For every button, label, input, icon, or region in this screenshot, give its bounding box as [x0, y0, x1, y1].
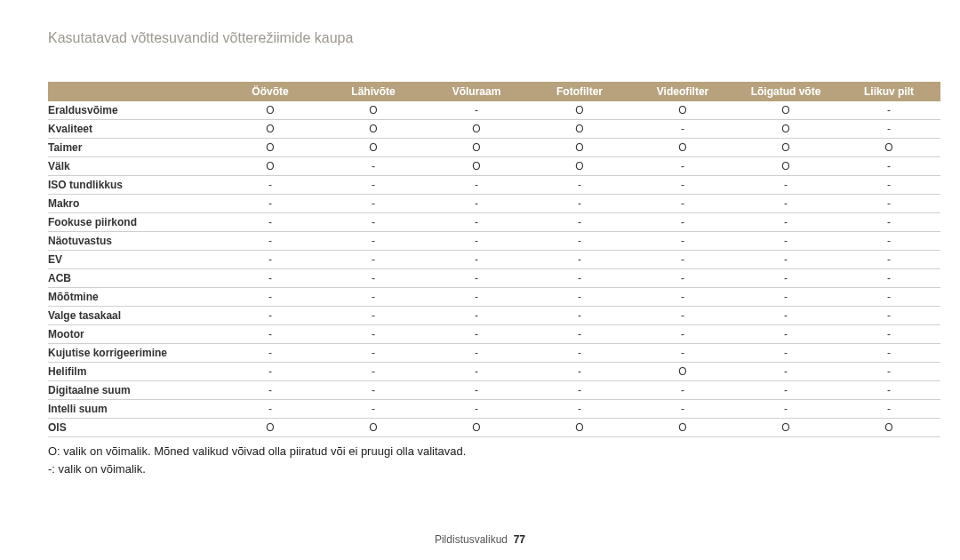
cell: -	[322, 232, 425, 251]
cell: -	[734, 213, 837, 232]
cell: -	[219, 213, 322, 232]
cell: -	[631, 288, 734, 307]
cell: -	[219, 400, 322, 419]
options-table: Öövõte Lähivõte Võluraam Fotofilter Vide…	[48, 82, 940, 437]
cell: -	[734, 363, 837, 381]
note-line: O: valik on võimalik. Mõned valikud võiv…	[48, 443, 912, 460]
cell: -	[425, 195, 528, 213]
cell: -	[837, 213, 940, 232]
row-label: Kujutise korrigeerimine	[48, 344, 219, 363]
cell: -	[219, 363, 322, 381]
cell: -	[734, 269, 837, 288]
cell: O	[734, 139, 837, 157]
cell: O	[425, 419, 528, 437]
cell: -	[425, 363, 528, 381]
cell: -	[425, 307, 528, 325]
cell: -	[528, 325, 631, 344]
cell: O	[528, 157, 631, 176]
cell: -	[631, 157, 734, 176]
cell: O	[219, 120, 322, 139]
cell: -	[322, 195, 425, 213]
cell: O	[528, 101, 631, 120]
cell: -	[425, 288, 528, 307]
table-row: Intelli suum-------	[48, 400, 940, 419]
cell: -	[631, 251, 734, 269]
cell: -	[837, 325, 940, 344]
table-row: EraldusvõimeOO-OOO-	[48, 101, 940, 120]
cell: -	[219, 288, 322, 307]
cell: -	[219, 176, 322, 195]
cell: -	[631, 381, 734, 400]
cell: -	[425, 344, 528, 363]
cell: -	[734, 195, 837, 213]
cell: O	[219, 101, 322, 120]
cell: -	[837, 344, 940, 363]
cell: -	[322, 213, 425, 232]
header-blank	[48, 82, 219, 101]
row-label: Intelli suum	[48, 400, 219, 419]
row-label: Mõõtmine	[48, 288, 219, 307]
cell: -	[528, 269, 631, 288]
cell: -	[631, 176, 734, 195]
cell: O	[631, 139, 734, 157]
cell: -	[734, 251, 837, 269]
cell: -	[219, 325, 322, 344]
row-label: Eraldusvõime	[48, 101, 219, 120]
cell: O	[425, 139, 528, 157]
cell: -	[528, 176, 631, 195]
cell: -	[528, 195, 631, 213]
cell: -	[631, 120, 734, 139]
row-label: EV	[48, 251, 219, 269]
cell: -	[528, 213, 631, 232]
cell: -	[837, 307, 940, 325]
table-row: TaimerOOOOOOO	[48, 139, 940, 157]
cell: -	[631, 232, 734, 251]
row-label: OIS	[48, 419, 219, 437]
cell: -	[322, 157, 425, 176]
cell: -	[837, 232, 940, 251]
table-row: Digitaalne suum-------	[48, 381, 940, 400]
cell: -	[734, 381, 837, 400]
cell: O	[322, 419, 425, 437]
cell: -	[425, 232, 528, 251]
cell: -	[631, 195, 734, 213]
cell: O	[528, 139, 631, 157]
cell: -	[219, 269, 322, 288]
cell: -	[631, 307, 734, 325]
table-row: ISO tundlikkus-------	[48, 176, 940, 195]
table-row: Mõõtmine-------	[48, 288, 940, 307]
cell: -	[322, 176, 425, 195]
cell: O	[425, 120, 528, 139]
table-row: EV-------	[48, 251, 940, 269]
cell: O	[734, 419, 837, 437]
cell: -	[219, 344, 322, 363]
header-col: Lähivõte	[322, 82, 425, 101]
cell: -	[734, 232, 837, 251]
cell: -	[528, 307, 631, 325]
cell: -	[322, 363, 425, 381]
row-label: Taimer	[48, 139, 219, 157]
cell: -	[322, 381, 425, 400]
header-col: Fotofilter	[528, 82, 631, 101]
cell: -	[528, 288, 631, 307]
cell: -	[528, 344, 631, 363]
cell: -	[734, 344, 837, 363]
cell: -	[528, 381, 631, 400]
cell: -	[219, 232, 322, 251]
cell: -	[837, 251, 940, 269]
cell: O	[734, 157, 837, 176]
cell: -	[425, 251, 528, 269]
header-col: Öövõte	[219, 82, 322, 101]
cell: -	[734, 400, 837, 419]
cell: O	[837, 419, 940, 437]
cell: -	[322, 344, 425, 363]
cell: O	[322, 139, 425, 157]
cell: -	[734, 325, 837, 344]
table-row: Näotuvastus-------	[48, 232, 940, 251]
cell: -	[322, 325, 425, 344]
table-row: Helifilm----O--	[48, 363, 940, 381]
cell: O	[219, 157, 322, 176]
row-label: Kvaliteet	[48, 120, 219, 139]
row-label: Näotuvastus	[48, 232, 219, 251]
cell: -	[528, 400, 631, 419]
